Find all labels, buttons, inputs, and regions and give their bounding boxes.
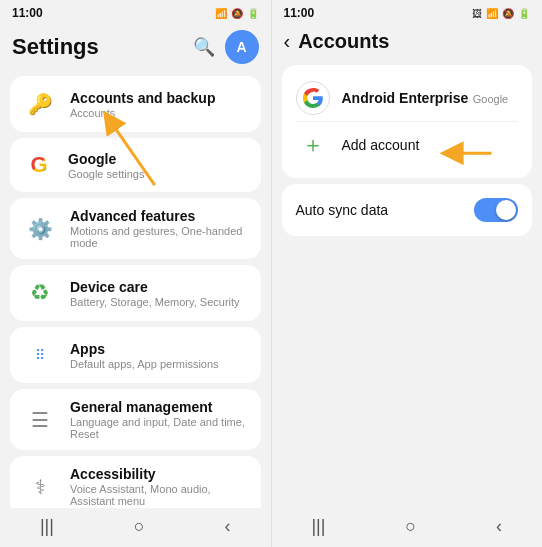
accessibility-icon: ⚕ <box>22 469 58 505</box>
settings-item-accounts-backup[interactable]: 🔑 Accounts and backup Accounts <box>10 76 261 132</box>
nav-home-right[interactable]: ○ <box>405 516 416 537</box>
accounts-backup-subtitle: Accounts <box>70 107 215 119</box>
settings-item-advanced[interactable]: ⚙️ Advanced features Motions and gesture… <box>10 198 261 259</box>
nav-back-right[interactable]: ‹ <box>496 516 502 537</box>
time-left: 11:00 <box>12 6 43 20</box>
nav-recent-left[interactable]: ||| <box>40 516 54 537</box>
accessibility-title: Accessibility <box>70 466 249 482</box>
google-text: Google Google settings <box>68 151 144 180</box>
status-bar-left: 11:00 📶 🔕 🔋 <box>0 0 271 24</box>
advanced-subtitle: Motions and gestures, One-handed mode <box>70 225 249 249</box>
general-icon: ☰ <box>22 402 58 438</box>
advanced-text: Advanced features Motions and gestures, … <box>70 208 249 249</box>
google-icon: G <box>22 148 56 182</box>
wifi-icon-right: 📶 <box>486 8 498 19</box>
bottom-nav-right: ||| ○ ‹ <box>272 508 543 547</box>
apps-text: Apps Default apps, App permissions <box>70 341 219 370</box>
device-care-icon: ♻ <box>22 275 58 311</box>
top-bar-left: Settings 🔍 A <box>0 24 271 72</box>
mute-icon-right: 🔕 <box>502 8 514 19</box>
google-title: Google <box>68 151 144 167</box>
status-icons-left: 📶 🔕 🔋 <box>215 8 259 19</box>
device-care-subtitle: Battery, Storage, Memory, Security <box>70 296 240 308</box>
plus-icon: ＋ <box>296 128 330 162</box>
settings-item-device-care[interactable]: ♻ Device care Battery, Storage, Memory, … <box>10 265 261 321</box>
enterprise-account-text: Android Enterprise Google <box>342 89 509 107</box>
search-icon[interactable]: 🔍 <box>193 36 215 58</box>
nav-back-left[interactable]: ‹ <box>225 516 231 537</box>
avatar[interactable]: A <box>225 30 259 64</box>
settings-item-general[interactable]: ☰ General management Language and input,… <box>10 389 261 450</box>
apps-icon: ⠿ <box>22 337 58 373</box>
device-care-title: Device care <box>70 279 240 295</box>
accounts-top-bar: ‹ Accounts <box>272 24 543 61</box>
nav-home-left[interactable]: ○ <box>134 516 145 537</box>
device-care-text: Device care Battery, Storage, Memory, Se… <box>70 279 240 308</box>
apps-title: Apps <box>70 341 219 357</box>
right-panel: 11:00 🖼 📶 🔕 🔋 ‹ Accounts <box>272 0 543 547</box>
image-icon: 🖼 <box>472 8 482 19</box>
accounts-list: Android Enterprise Google ＋ Add account … <box>272 61 543 508</box>
google-g: G <box>30 152 47 178</box>
android-enterprise-item[interactable]: Android Enterprise Google <box>296 75 519 121</box>
apps-subtitle: Default apps, App permissions <box>70 358 219 370</box>
accessibility-subtitle: Voice Assistant, Mono audio, Assistant m… <box>70 483 249 507</box>
accounts-card: Android Enterprise Google ＋ Add account <box>282 65 533 178</box>
advanced-icon: ⚙️ <box>22 211 58 247</box>
accounts-backup-text: Accounts and backup Accounts <box>70 90 215 119</box>
page-title-left: Settings <box>12 34 99 60</box>
mute-icon: 🔕 <box>231 8 243 19</box>
accessibility-text: Accessibility Voice Assistant, Mono audi… <box>70 466 249 507</box>
nav-recent-right[interactable]: ||| <box>311 516 325 537</box>
battery-icon-right: 🔋 <box>518 8 530 19</box>
accounts-backup-title: Accounts and backup <box>70 90 215 106</box>
general-text: General management Language and input, D… <box>70 399 249 440</box>
top-bar-icons: 🔍 A <box>193 30 259 64</box>
google-logo-enterprise <box>296 81 330 115</box>
sync-toggle[interactable] <box>474 198 518 222</box>
avatar-initial: A <box>236 39 246 55</box>
time-right: 11:00 <box>284 6 315 20</box>
status-icons-right: 🖼 📶 🔕 🔋 <box>472 8 530 19</box>
general-subtitle: Language and input, Date and time, Reset <box>70 416 249 440</box>
sync-card: Auto sync data <box>282 184 533 236</box>
add-account-label: Add account <box>342 137 420 153</box>
advanced-title: Advanced features <box>70 208 249 224</box>
bottom-nav-left: ||| ○ ‹ <box>0 508 271 547</box>
left-panel: 11:00 📶 🔕 🔋 Settings 🔍 A 🔑 Accounts and … <box>0 0 272 547</box>
settings-item-google[interactable]: G Google Google settings <box>10 138 261 192</box>
back-button[interactable]: ‹ <box>284 30 291 53</box>
general-title: General management <box>70 399 249 415</box>
battery-icon: 🔋 <box>247 8 259 19</box>
google-g-svg <box>301 86 325 110</box>
status-bar-right: 11:00 🖼 📶 🔕 🔋 <box>272 0 543 24</box>
settings-item-apps[interactable]: ⠿ Apps Default apps, App permissions <box>10 327 261 383</box>
add-account-item[interactable]: ＋ Add account <box>296 121 519 168</box>
sync-label: Auto sync data <box>296 202 389 218</box>
settings-list: 🔑 Accounts and backup Accounts G Google … <box>0 72 271 508</box>
settings-item-accessibility[interactable]: ⚕ Accessibility Voice Assistant, Mono au… <box>10 456 261 508</box>
accounts-backup-icon: 🔑 <box>22 86 58 122</box>
wifi-icon: 📶 <box>215 8 227 19</box>
enterprise-sub: Google <box>473 93 508 105</box>
accounts-page-title: Accounts <box>298 30 389 53</box>
google-subtitle: Google settings <box>68 168 144 180</box>
enterprise-name: Android Enterprise <box>342 90 469 106</box>
